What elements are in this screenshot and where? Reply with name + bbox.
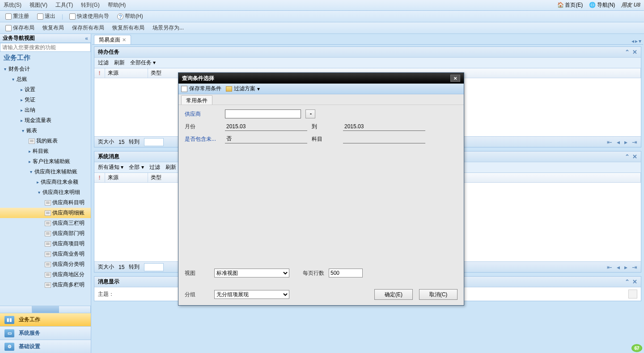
expand-icon[interactable]: ▸ <box>29 149 31 154</box>
collapse-up-icon[interactable]: ⌃ <box>625 49 630 55</box>
sidebar-bottom-system[interactable]: ▭系统服务 <box>0 326 91 340</box>
tree-leaf[interactable]: 供应商多栏明 <box>0 280 91 290</box>
tree-node-finance[interactable]: ▾财务会计 <box>0 64 91 74</box>
tree-node-subject[interactable]: ▸科目账 <box>0 146 91 156</box>
menu-system[interactable]: 系统(S) <box>4 1 21 9</box>
dialog-close-icon[interactable]: ✕ <box>450 75 460 82</box>
sidebar-bottom-business[interactable]: ▮▮业务工作 <box>0 313 91 326</box>
tree-node-customer-aux[interactable]: ▸客户往来辅助账 <box>0 156 91 167</box>
save-layout-button[interactable]: 保存布局 <box>4 23 36 33</box>
sidebar-bottom-base[interactable]: ⚙基础设置 <box>0 340 91 353</box>
expand-icon[interactable]: ▸ <box>21 108 23 113</box>
tree-leaf[interactable]: 供应商三栏明 <box>0 218 91 228</box>
ok-button[interactable]: 确定(E) <box>374 289 413 300</box>
next-page-icon[interactable]: ▸ <box>624 264 627 271</box>
nav-menu-icon[interactable]: ▾ <box>639 38 641 44</box>
refresh-button[interactable]: 刷新 <box>165 164 176 171</box>
dialog-tab-common[interactable]: 常用条件 <box>181 95 212 105</box>
menu-goto[interactable]: 转到(G) <box>81 1 99 9</box>
subject-input[interactable] <box>343 134 425 143</box>
collapse-icon[interactable]: ▾ <box>37 190 42 195</box>
col-alert[interactable]: ! <box>94 68 105 78</box>
exit-button[interactable]: 退出 <box>35 12 57 21</box>
tree-leaf-selected[interactable]: 供应商明细账 <box>0 208 91 218</box>
restore-all-layout-button[interactable]: 恢复所有布局 <box>110 23 146 33</box>
sidebar-search-input[interactable] <box>0 43 91 52</box>
tab-simple-desktop[interactable]: 简易桌面✕ <box>94 35 131 44</box>
first-page-icon[interactable]: ⇤ <box>607 139 612 146</box>
nav-right-icon[interactable]: ▸ <box>635 38 638 44</box>
cancel-button[interactable]: 取消(C) <box>419 289 458 300</box>
tree-node-cashier[interactable]: ▸出纳 <box>0 105 91 115</box>
tree-leaf[interactable]: 供应商业务明 <box>0 249 91 259</box>
menu-help[interactable]: 帮助(H) <box>108 1 126 9</box>
filter-button[interactable]: 过滤 <box>98 59 109 67</box>
prev-page-icon[interactable]: ◂ <box>617 264 620 271</box>
filter-scheme-dropdown[interactable]: 过滤方案 ▾ <box>226 85 260 92</box>
expand-icon[interactable]: ▸ <box>21 97 23 102</box>
all-dropdown[interactable]: 全部 ▾ <box>129 164 144 171</box>
dialog-titlebar[interactable]: 查询条件选择 ✕ <box>178 73 464 84</box>
tree-node-gl[interactable]: ▾总账 <box>0 74 91 84</box>
all-tasks-dropdown[interactable]: 全部任务 ▾ <box>130 59 156 67</box>
col-alert[interactable]: ! <box>94 173 105 182</box>
first-page-icon[interactable]: ⇤ <box>607 264 612 271</box>
goto-input[interactable] <box>144 263 164 271</box>
include-input[interactable] <box>225 134 307 143</box>
sidebar-collapse-button[interactable]: « <box>85 35 88 42</box>
tree-leaf[interactable]: 供应商分类明 <box>0 259 91 269</box>
col-source[interactable]: 来源 <box>105 173 148 182</box>
sidebar-hscroll[interactable] <box>0 306 91 313</box>
tree-node-setting[interactable]: ▸设置 <box>0 84 91 95</box>
tree-node-cashflow[interactable]: ▸现金流量表 <box>0 115 91 126</box>
expand-icon[interactable]: ▸ <box>21 87 23 92</box>
tree-leaf[interactable]: 供应商地区分 <box>0 269 91 280</box>
nav-link[interactable]: 🌐 导航(N) <box>589 1 615 9</box>
supplier-input[interactable] <box>225 109 301 118</box>
expand-icon[interactable]: ▸ <box>29 159 31 164</box>
scene-saveas-button[interactable]: 场景另存为... <box>151 23 186 33</box>
tree-node-supplier-balance[interactable]: ▸供应商往来余额 <box>0 177 91 187</box>
collapse-icon[interactable]: ▾ <box>3 67 8 71</box>
tree-node-myreports[interactable]: 我的账表 <box>0 136 91 146</box>
collapse-up-icon[interactable]: ⌃ <box>625 153 630 160</box>
nav-left-icon[interactable]: ◂ <box>631 38 634 44</box>
refresh-button[interactable]: 刷新 <box>114 59 125 67</box>
save-all-layout-button[interactable]: 保存所有布局 <box>70 23 106 33</box>
home-link[interactable]: 🏠 首页(E) <box>557 1 583 9</box>
collapse-icon[interactable]: ▾ <box>29 169 34 174</box>
panel-close-icon[interactable]: ✕ <box>632 278 637 285</box>
expand-icon[interactable]: ▸ <box>21 118 23 123</box>
prev-page-icon[interactable]: ◂ <box>617 139 620 146</box>
last-page-icon[interactable]: ⇥ <box>632 139 637 146</box>
re-register-button[interactable]: 重注册 <box>4 12 31 21</box>
supplier-lookup-button[interactable]: ··· <box>305 109 315 118</box>
msgview-action-button[interactable] <box>628 290 637 298</box>
filter-button[interactable]: 过滤 <box>149 164 160 171</box>
goto-input[interactable] <box>144 138 164 146</box>
collapse-icon[interactable]: ▾ <box>21 128 25 133</box>
last-page-icon[interactable]: ⇥ <box>632 264 637 271</box>
next-page-icon[interactable]: ▸ <box>624 139 627 146</box>
nav-tree[interactable]: ▾财务会计 ▾总账 ▸设置 ▸凭证 ▸出纳 ▸现金流量表 ▾账表 我的账表 ▸科… <box>0 64 91 306</box>
col-source[interactable]: 来源 <box>105 68 148 78</box>
view-select[interactable]: 标准视图 <box>214 269 289 277</box>
expand-icon[interactable]: ▸ <box>37 180 39 185</box>
panel-close-icon[interactable]: ✕ <box>632 153 637 160</box>
tab-close-icon[interactable]: ✕ <box>122 37 126 43</box>
collapse-up-icon[interactable]: ⌃ <box>625 278 630 285</box>
tree-leaf[interactable]: 供应商项目明 <box>0 239 91 249</box>
month-from-input[interactable] <box>225 122 307 131</box>
panel-close-icon[interactable]: ✕ <box>632 49 637 55</box>
save-common-button[interactable]: 保存常用条件 <box>181 85 221 92</box>
tree-leaf[interactable]: 供应商科目明 <box>0 198 91 208</box>
restore-layout-button[interactable]: 恢复布局 <box>41 23 66 33</box>
tree-node-supplier-detail[interactable]: ▾供应商往来明细 <box>0 187 91 198</box>
all-notice-dropdown[interactable]: 所有通知 ▾ <box>98 164 123 171</box>
tree-node-reports[interactable]: ▾账表 <box>0 126 91 136</box>
tree-node-voucher[interactable]: ▸凭证 <box>0 95 91 105</box>
help-button[interactable]: ?帮助(H) <box>115 12 145 21</box>
tree-node-supplier-aux[interactable]: ▾供应商往来辅助账 <box>0 167 91 177</box>
month-to-input[interactable] <box>343 122 425 131</box>
menu-view[interactable]: 视图(V) <box>30 1 47 9</box>
